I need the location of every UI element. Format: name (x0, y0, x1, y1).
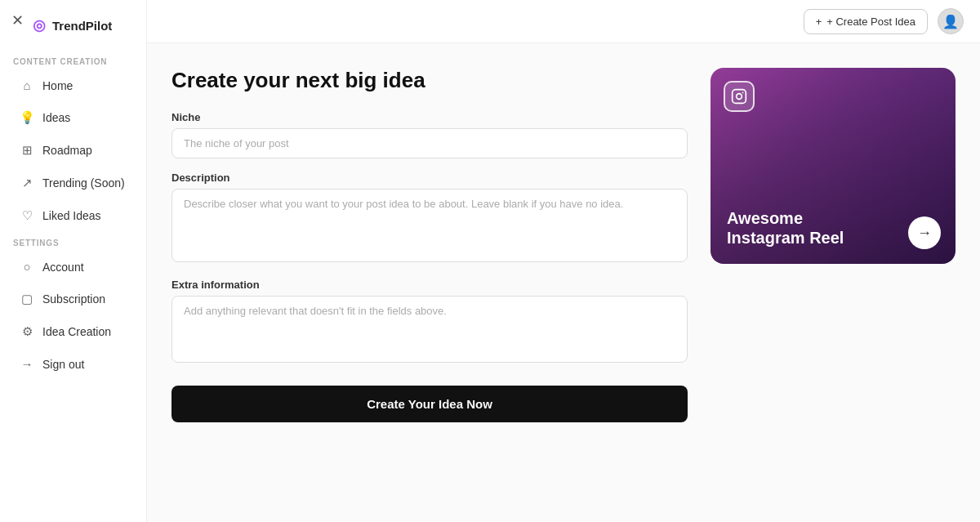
create-idea-button[interactable]: Create Your Idea Now (172, 386, 688, 422)
roadmap-icon: ⊞ (20, 143, 34, 158)
sidebar-item-label: Sign out (42, 358, 84, 371)
avatar[interactable]: 👤 (938, 8, 964, 34)
card-title-line2: Instagram Reel (727, 228, 939, 248)
svg-rect-0 (733, 90, 746, 104)
sidebar-item-idea-creation[interactable]: ⚙ Idea Creation (7, 316, 140, 347)
subscription-icon: ▢ (20, 292, 34, 306)
avatar-icon: 👤 (942, 14, 959, 29)
sidebar-item-liked-ideas[interactable]: ♡ Liked Ideas (7, 200, 140, 231)
extra-info-textarea[interactable] (172, 296, 688, 363)
sidebar-item-label: Idea Creation (42, 325, 111, 338)
topbar: + + Create Post Idea 👤 (147, 0, 980, 43)
sidebar: ✕ ◎ TrendPilot CONTENT CREATION ⌂ Home 💡… (0, 0, 147, 522)
main-content: + + Create Post Idea 👤 Create your next … (147, 0, 980, 522)
sidebar-item-label: Roadmap (42, 144, 92, 157)
description-label: Description (172, 172, 688, 184)
idea-creation-icon: ⚙ (20, 324, 34, 339)
page-title: Create your next big idea (172, 68, 688, 93)
ideas-icon: 💡 (20, 110, 34, 125)
sidebar-item-label: Trending (Soon) (42, 176, 125, 190)
sidebar-item-account[interactable]: ○ Account (7, 252, 140, 282)
account-icon: ○ (20, 260, 34, 274)
sidebar-item-label: Liked Ideas (42, 209, 101, 222)
card-title-line1: Awesome (727, 208, 939, 228)
extra-info-field-group: Extra information (172, 279, 688, 366)
description-textarea[interactable] (172, 189, 688, 262)
description-field-group: Description (172, 172, 688, 265)
sidebar-item-sign-out[interactable]: → Sign out (7, 349, 140, 379)
sidebar-item-label: Subscription (42, 292, 105, 306)
niche-input[interactable] (172, 128, 688, 158)
card-text: Awesome Instagram Reel (727, 208, 939, 248)
logo-text: TrendPilot (52, 19, 112, 33)
settings-section-label: SETTINGS (0, 232, 146, 251)
liked-icon: ♡ (20, 208, 34, 223)
home-icon: ⌂ (20, 78, 34, 92)
instagram-logo-icon (724, 81, 755, 112)
close-icon[interactable]: ✕ (11, 11, 24, 29)
sidebar-item-label: Home (42, 79, 73, 92)
sidebar-item-home[interactable]: ⌂ Home (7, 70, 140, 100)
sign-out-icon: → (20, 357, 34, 371)
create-post-label: + Create Post Idea (826, 16, 915, 28)
sidebar-item-label: Ideas (42, 111, 70, 124)
sidebar-item-subscription[interactable]: ▢ Subscription (7, 283, 140, 315)
create-post-idea-button[interactable]: + + Create Post Idea (804, 9, 928, 34)
trending-icon: ↗ (20, 176, 34, 190)
create-post-icon: + (816, 16, 822, 28)
niche-label: Niche (172, 111, 688, 123)
content-creation-section-label: CONTENT CREATION (0, 51, 146, 69)
svg-point-1 (737, 94, 742, 100)
svg-point-2 (742, 92, 744, 94)
page-body: Create your next big idea Niche Descript… (147, 43, 980, 522)
card-section: Awesome Instagram Reel → (710, 68, 956, 497)
sidebar-item-roadmap[interactable]: ⊞ Roadmap (7, 135, 140, 166)
card-arrow-button[interactable]: → (908, 216, 941, 249)
instagram-card: Awesome Instagram Reel → (710, 68, 956, 264)
logo-icon: ◎ (33, 16, 46, 34)
sidebar-item-label: Account (42, 261, 84, 274)
form-section: Create your next big idea Niche Descript… (172, 68, 688, 497)
niche-field-group: Niche (172, 111, 688, 158)
arrow-right-icon: → (917, 225, 932, 242)
extra-info-label: Extra information (172, 279, 688, 291)
sidebar-item-trending[interactable]: ↗ Trending (Soon) (7, 167, 140, 199)
sidebar-item-ideas[interactable]: 💡 Ideas (7, 102, 140, 133)
create-btn-label: Create Your Idea Now (367, 397, 492, 411)
